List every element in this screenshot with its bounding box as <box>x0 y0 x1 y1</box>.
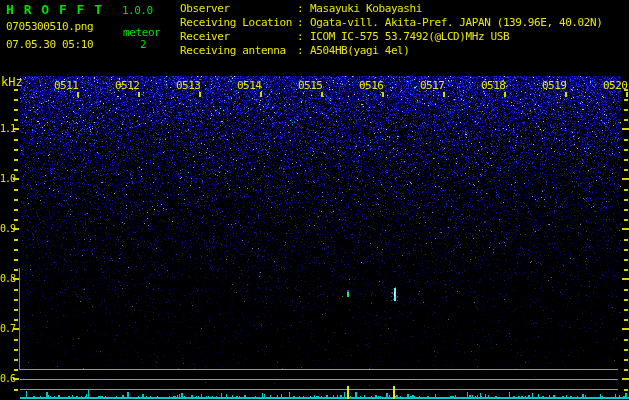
metadata-label: Receiver <box>180 30 230 43</box>
metadata-value: Ogata-vill. Akita-Pref. JAPAN (139.96E, … <box>310 16 602 29</box>
spectrogram-canvas <box>0 0 629 400</box>
metadata-value: A504HB(yagi 4el) <box>310 44 410 57</box>
time-tick-label: 0513 <box>176 79 201 92</box>
metadata-row: Receiver : ICOM IC-575 53.7492(@LCD)MHz … <box>0 30 629 43</box>
time-tick-label: 0520 <box>603 79 628 92</box>
metadata-label: Receiving Location <box>180 16 292 29</box>
time-tick-label: 0518 <box>481 79 506 92</box>
freq-tick-label: 0.9 <box>0 223 15 234</box>
metadata-value: ICOM IC-575 53.7492(@LCD)MHz USB <box>310 30 509 43</box>
hrofft-spectrogram-screen: H R O F F T 1.0.0 0705300510.png meteor … <box>0 0 629 400</box>
time-tick-label: 0511 <box>54 79 79 92</box>
freq-tick-label: 0.6 <box>0 373 15 384</box>
time-tick-label: 0512 <box>115 79 140 92</box>
metadata-colon: : <box>297 44 303 57</box>
freq-tick-label: 1.1 <box>0 123 15 134</box>
freq-tick-label: 1.0 <box>0 173 15 184</box>
metadata-row: Receiving Location : Ogata-vill. Akita-P… <box>0 16 629 29</box>
time-tick-label: 0514 <box>237 79 262 92</box>
metadata-value: Masayuki Kobayashi <box>310 2 422 15</box>
metadata-colon: : <box>297 30 303 43</box>
time-tick-label: 0516 <box>359 79 384 92</box>
freq-tick-label: 0.8 <box>0 273 15 284</box>
metadata-colon: : <box>297 2 303 15</box>
time-tick-label: 0519 <box>542 79 567 92</box>
metadata-colon: : <box>297 16 303 29</box>
metadata-label: Receiving antenna <box>180 44 286 57</box>
metadata-row: Observer : Masayuki Kobayashi <box>0 2 629 15</box>
metadata-row: Receiving antenna : A504HB(yagi 4el) <box>0 44 629 57</box>
freq-axis-unit-label: kHz <box>1 75 23 89</box>
metadata-panel: Observer : Masayuki Kobayashi Receiving … <box>0 0 629 58</box>
time-tick-label: 0517 <box>420 79 445 92</box>
time-tick-label: 0515 <box>298 79 323 92</box>
metadata-label: Observer <box>180 2 230 15</box>
freq-tick-label: 0.7 <box>0 323 15 334</box>
